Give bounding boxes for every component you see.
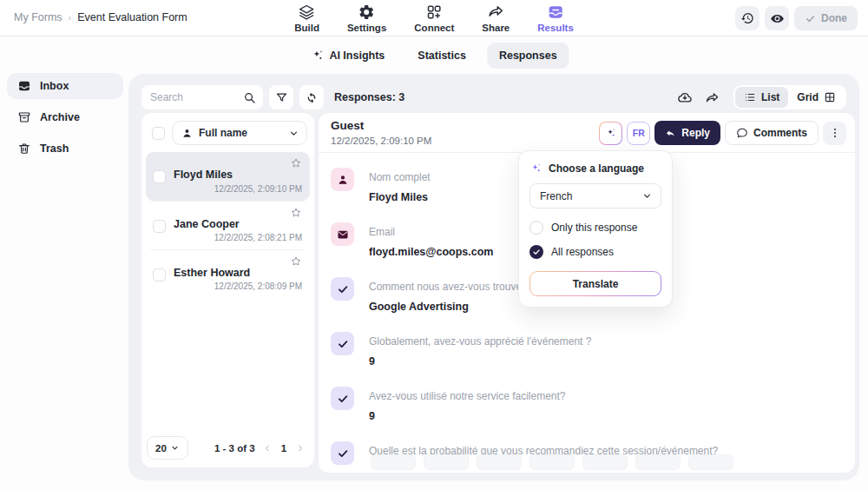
response-row-2[interactable]: Esther Howard 12/2/2025, 2:08:09 PM: [146, 249, 310, 298]
answer-value: 9: [369, 355, 591, 368]
answer-value: Google Advertising: [369, 301, 528, 313]
question-label: Globalement, avez-vous apprécié l'événem…: [369, 332, 591, 348]
sidebar-item-archive[interactable]: Archive: [7, 104, 123, 130]
check-icon: [331, 277, 354, 301]
breadcrumb-root[interactable]: My Forms: [14, 11, 62, 23]
responses-sidebar: Inbox Archive Trash: [7, 73, 123, 167]
mail-icon: [331, 222, 354, 246]
chevron-down-icon: [641, 190, 653, 202]
tab-build[interactable]: Build: [294, 3, 319, 33]
star-icon[interactable]: [290, 207, 302, 219]
popover-title: Choose a language: [549, 162, 644, 175]
ai-translate-button[interactable]: [599, 122, 622, 145]
refresh-button[interactable]: [299, 85, 324, 109]
check-icon: [331, 387, 354, 410]
select-all-checkbox[interactable]: [152, 127, 165, 140]
search-box: [141, 85, 263, 109]
respondent-title: Guest: [331, 119, 364, 132]
translate-button[interactable]: Translate: [529, 271, 661, 296]
answer-field-5: Quelle est la probabilité que vous recom…: [331, 441, 838, 465]
response-row-1[interactable]: Jane Cooper 12/2/2025, 2:08:21 PM: [146, 201, 310, 249]
respondent-name: Jane Cooper: [174, 218, 240, 230]
column-selector[interactable]: Full name: [172, 121, 307, 145]
view-grid-button[interactable]: Grid: [788, 87, 845, 108]
tab-statistics[interactable]: Statistics: [405, 43, 478, 69]
next-page-icon[interactable]: [295, 443, 306, 454]
share-responses-button[interactable]: [700, 85, 725, 109]
response-timestamp: 12/2/2025, 2:09:10 PM: [331, 136, 431, 146]
tab-responses[interactable]: Responses: [487, 43, 569, 69]
rating-scale: [371, 454, 733, 470]
eye-icon: [770, 11, 785, 26]
gear-icon: [358, 3, 376, 21]
done-button[interactable]: Done: [794, 6, 858, 30]
search-input[interactable]: [150, 91, 243, 103]
tab-ai-insights[interactable]: AI Insights: [299, 42, 397, 69]
chevron-down-icon: [170, 443, 180, 453]
current-page[interactable]: 1: [281, 443, 286, 454]
tab-share[interactable]: Share: [482, 3, 510, 33]
user-icon: [181, 128, 193, 139]
response-date: 12/2/2025, 2:09:10 PM: [214, 184, 302, 194]
language-select[interactable]: French: [529, 183, 661, 209]
question-label: Comment nous avez-vous trouvé?: [369, 277, 528, 293]
page-size-select[interactable]: 20: [147, 436, 188, 460]
preview-button[interactable]: [765, 6, 789, 30]
option-all-responses[interactable]: All responses: [529, 245, 661, 259]
check-icon: [331, 332, 354, 355]
results-subnav: AI Insights Statistics Responses: [299, 42, 569, 69]
archive-icon: [17, 110, 31, 124]
prev-page-icon[interactable]: [262, 443, 273, 454]
option-only-this-response[interactable]: Only this response: [529, 221, 661, 235]
responses-count: Responses: 3: [334, 91, 404, 103]
reply-arrow-icon: [665, 128, 676, 139]
question-label: Nom complet: [369, 168, 431, 183]
sparkle-icon: [605, 127, 617, 139]
sidebar-item-trash[interactable]: Trash: [7, 136, 123, 162]
inbox-icon: [17, 79, 31, 93]
respondent-name: Floyd Miles: [174, 169, 233, 181]
share-arrow-icon: [487, 3, 504, 21]
filter-button[interactable]: [269, 85, 293, 109]
rating-option: [371, 454, 416, 470]
comments-button[interactable]: Comments: [725, 121, 819, 145]
tab-settings[interactable]: Settings: [347, 3, 386, 33]
translate-popover: Choose a language French Only this respo…: [518, 150, 673, 308]
row-checkbox[interactable]: [153, 268, 166, 281]
view-list-button[interactable]: List: [735, 87, 788, 108]
star-icon[interactable]: [290, 255, 302, 268]
tab-results[interactable]: Results: [537, 3, 574, 33]
responses-toolbar: Responses: 3 List Grid: [141, 85, 846, 109]
language-select-value: French: [540, 190, 641, 202]
answer-value: floyd.miles@coops.com: [369, 246, 493, 258]
response-row-0[interactable]: Floyd Miles 12/2/2025, 2:09:10 PM: [146, 152, 310, 201]
column-selector-value: Full name: [199, 127, 282, 139]
integrations-icon: [425, 3, 443, 21]
sparkle-icon: [311, 49, 324, 62]
grid-icon: [824, 91, 836, 103]
radio-unchecked-icon[interactable]: [529, 221, 543, 235]
responses-panel: Responses: 3 List Grid Full name: [128, 74, 859, 480]
breadcrumb-current: Event Evaluation Form: [77, 11, 187, 23]
reply-button[interactable]: Reply: [654, 121, 720, 145]
history-button[interactable]: [735, 6, 760, 30]
cloud-download-icon: [677, 89, 693, 105]
row-checkbox[interactable]: [153, 170, 166, 183]
tab-connect[interactable]: Connect: [414, 3, 454, 33]
question-label: Avez-vous utilisé notre service facileme…: [369, 387, 566, 402]
row-checkbox[interactable]: [153, 220, 166, 233]
answer-field-4: Avez-vous utilisé notre service facileme…: [331, 387, 838, 422]
sparkle-icon: [529, 162, 542, 175]
sidebar-item-inbox[interactable]: Inbox: [7, 73, 123, 99]
funnel-icon: [275, 91, 288, 104]
kebab-icon: [829, 127, 841, 139]
response-date: 12/2/2025, 2:08:21 PM: [214, 233, 302, 242]
rating-option: [424, 454, 469, 470]
star-icon[interactable]: [290, 157, 302, 169]
results-inbox-icon: [547, 3, 564, 21]
language-badge-button[interactable]: FR: [627, 122, 650, 145]
more-options-button[interactable]: [823, 122, 846, 145]
export-button[interactable]: [673, 85, 697, 109]
radio-checked-icon[interactable]: [529, 245, 543, 259]
top-nav: Build Settings Connect Share Results: [294, 3, 574, 33]
